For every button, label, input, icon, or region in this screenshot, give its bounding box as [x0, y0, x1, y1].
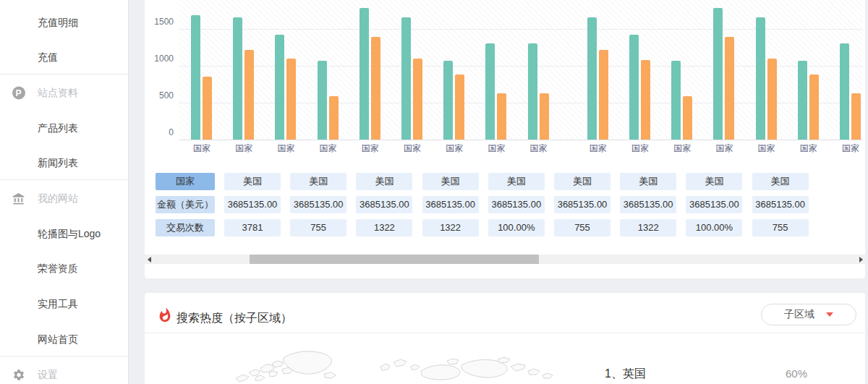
bar-orange — [371, 37, 380, 140]
bar-orange — [641, 60, 650, 140]
y-axis-tick-label: 500 — [148, 90, 174, 101]
table-cell: 美国 — [554, 173, 610, 190]
sidebar-divider — [0, 356, 129, 357]
sidebar-item-banner-logo[interactable]: 轮播图与Logo — [0, 216, 129, 252]
bar-orange — [329, 96, 339, 140]
bar-teal — [359, 8, 369, 140]
sidebar: 充值明细充值P站点资料产品列表新闻列表我的网站轮播图与Logo荣誉资质实用工具网… — [0, 0, 129, 384]
bar-teal — [798, 61, 807, 140]
bar-orange — [244, 50, 254, 140]
table-cell: 美国 — [686, 173, 742, 190]
bar-orange — [540, 93, 549, 140]
sidebar-item-label: 荣誉资质 — [38, 263, 78, 276]
ranking-value: 60% — [786, 367, 807, 380]
table-cell: 美国 — [290, 173, 346, 190]
bank-icon — [12, 192, 25, 206]
sidebar-item-recharge[interactable]: 充值 — [0, 40, 129, 76]
bar-orange — [809, 74, 819, 140]
bar-orange — [413, 59, 422, 140]
bar-teal — [443, 61, 453, 140]
flame-icon — [157, 307, 173, 324]
table-cell: 755 — [554, 219, 610, 236]
table-cell: 3685135.00 — [554, 196, 610, 213]
table-cell: 3685135.00 — [356, 196, 412, 213]
scroll-left-button[interactable] — [145, 255, 153, 264]
y-axis-tick-label: 1500 — [148, 16, 174, 27]
table-cell: 美国 — [488, 173, 545, 190]
sidebar-item-label: 充值 — [38, 51, 58, 64]
sidebar-item-honors[interactable]: 荣誉资质 — [0, 252, 129, 287]
table-row-header: 交易次数 — [156, 219, 215, 236]
ranking-item: 1、英国 — [605, 367, 646, 382]
bar-teal — [191, 15, 200, 140]
scroll-right-button[interactable] — [856, 255, 865, 264]
sidebar-item-tools[interactable]: 实用工具 — [0, 287, 129, 323]
sidebar-section-label: 站点资料 — [38, 87, 78, 100]
sidebar-item-label: 实用工具 — [38, 298, 78, 311]
world-map — [231, 345, 579, 384]
bar-orange — [725, 37, 734, 140]
sidebar-item-product-list[interactable]: 产品列表 — [0, 111, 129, 146]
x-axis-label: 国家 — [480, 142, 512, 154]
sidebar-item-recharge-details[interactable]: 充值明细 — [0, 5, 129, 40]
section-title: 搜索热度（按子区域） — [176, 311, 292, 326]
search-heat-card: 搜索热度（按子区域） 子区域 1、英国 60% — [145, 293, 865, 384]
scrollbar-thumb[interactable] — [250, 255, 539, 264]
sidebar-divider — [0, 74, 129, 74]
x-axis-label: 国家 — [751, 142, 783, 154]
x-axis-label: 国家 — [582, 142, 614, 154]
bar-orange — [683, 96, 692, 140]
x-axis-label: 国家 — [835, 142, 865, 154]
sidebar-item-news-list[interactable]: 新闻列表 — [0, 146, 129, 182]
sidebar-item-site-home[interactable]: 网站首页 — [0, 322, 129, 357]
bar-teal — [233, 17, 242, 140]
table-cell: 3685135.00 — [620, 196, 676, 213]
bar-orange — [286, 59, 296, 140]
table-cell: 美国 — [356, 173, 412, 190]
table-cell: 3781 — [224, 219, 281, 236]
bar-orange — [851, 93, 861, 140]
y-axis-tick-label: 0 — [148, 127, 174, 138]
sidebar-section-label: 设置 — [38, 369, 58, 382]
table-cell: 100.00% — [686, 219, 742, 236]
table-cell: 1322 — [356, 219, 412, 236]
sidebar-item-label: 新闻列表 — [38, 157, 78, 170]
scroll-left-icon — [148, 257, 151, 263]
ranking-country: 英国 — [623, 367, 646, 380]
sidebar-item-label: 轮播图与Logo — [38, 228, 101, 241]
ranking-rank: 1、 — [605, 367, 623, 380]
subregion-dropdown-label: 子区域 — [784, 308, 814, 321]
sidebar-section-label: 我的网站 — [38, 192, 78, 205]
bar-orange — [455, 74, 464, 140]
x-axis-label: 国家 — [186, 142, 218, 154]
table-row-header: 国家 — [156, 173, 215, 190]
horizontal-scrollbar[interactable] — [145, 255, 865, 264]
table-cell: 755 — [290, 219, 346, 236]
table-cell: 美国 — [620, 173, 676, 190]
sidebar-item-settings[interactable]: 设置 — [0, 357, 129, 384]
table-cell: 3685135.00 — [488, 196, 545, 213]
sidebar-item-my-website[interactable]: 我的网站 — [0, 182, 129, 217]
x-axis-label: 国家 — [666, 142, 698, 154]
bar-orange — [497, 93, 506, 140]
gear-icon — [12, 368, 25, 382]
bar-teal — [756, 17, 765, 140]
sidebar-item-label: 充值明细 — [38, 17, 78, 30]
table-cell: 1322 — [422, 219, 479, 236]
sidebar-item-site-profile[interactable]: P站点资料 — [0, 75, 129, 111]
chevron-down-icon — [826, 312, 833, 317]
x-axis-label: 国家 — [396, 142, 428, 154]
sidebar-item-label: 产品列表 — [38, 122, 78, 135]
bar-teal — [713, 8, 723, 140]
bar-teal — [671, 61, 681, 140]
x-axis-label: 国家 — [228, 142, 260, 154]
bar-teal — [528, 43, 537, 140]
bar-teal — [587, 17, 597, 140]
bar-orange — [767, 59, 777, 140]
subregion-dropdown[interactable]: 子区域 — [761, 304, 856, 325]
table-cell: 755 — [752, 219, 809, 236]
table-cell: 3685135.00 — [224, 196, 281, 213]
bar-teal — [318, 61, 327, 140]
table-cell: 3685135.00 — [686, 196, 742, 213]
x-axis-label: 国家 — [312, 142, 344, 154]
